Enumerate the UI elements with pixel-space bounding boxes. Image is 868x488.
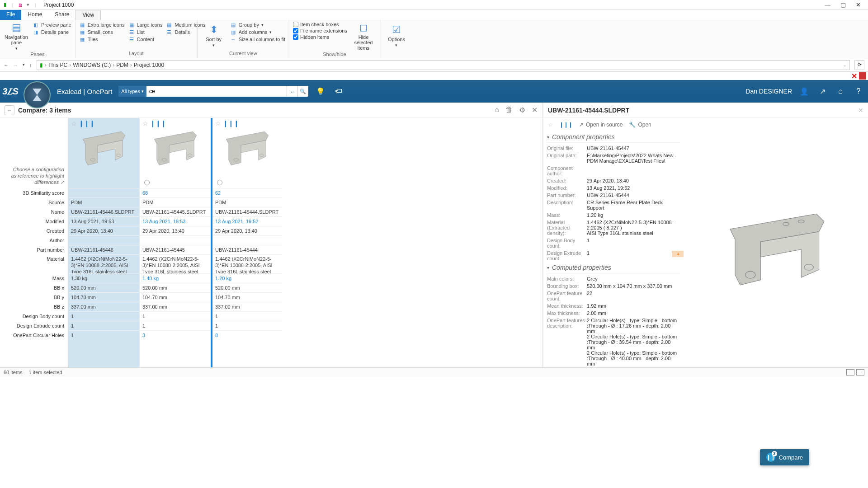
search-submit-icon[interactable]: 🔍 — [297, 86, 308, 97]
size-columns-button[interactable]: ↔Size all columns to fit — [230, 36, 285, 42]
compare-bars-icon[interactable]: ❙❙❙ — [559, 122, 573, 128]
panel-home-icon[interactable]: ⌂ — [495, 106, 499, 114]
qat-dropdown-icon[interactable]: ▾ — [25, 2, 31, 8]
favorite-icon[interactable]: ☆ — [548, 122, 553, 128]
property-key: Mean thickness: — [547, 303, 587, 309]
view-details-icon[interactable] — [846, 369, 854, 375]
row-label: Author — [0, 235, 68, 245]
maximize-button[interactable]: ▢ — [840, 1, 846, 8]
bulb-icon[interactable]: 💡 — [315, 87, 326, 96]
compare-cell: 337.00 mm — [68, 302, 139, 311]
details-pane-button[interactable]: ◨Details pane — [33, 29, 71, 35]
path-dropdown-icon[interactable]: ⌄ — [843, 63, 847, 67]
status-selected: 1 item selected — [29, 370, 62, 375]
tab-file[interactable]: File — [0, 10, 21, 20]
layout-lg-icons[interactable]: ▦Large icons — [128, 22, 163, 28]
property-key: Mass: — [547, 212, 587, 218]
compare-cell: UBW-21161-45444.SLDPRT — [212, 207, 282, 216]
layout-xl-icons[interactable]: ▦Extra large icons — [79, 22, 125, 28]
property-value: 1 — [587, 238, 680, 249]
plugin-close-button[interactable]: ✕ — [851, 72, 857, 80]
nav-forward-button[interactable]: → — [13, 62, 18, 68]
compare-grid: Choose a configuration as reference to h… — [0, 118, 542, 367]
hide-selected-button[interactable]: ◻Hide selected items — [351, 22, 376, 51]
bars-icon[interactable]: ❙❙❙ — [223, 120, 239, 127]
layout-list[interactable]: ☰List — [128, 29, 163, 35]
property-row: Mean thickness:1.92 mm — [547, 302, 680, 310]
panel-close-icon[interactable]: ✕ — [532, 106, 538, 114]
user-avatar-icon[interactable]: 👤 — [798, 87, 810, 96]
brand-label: Exalead | OnePart — [57, 88, 112, 95]
reference-radio[interactable] — [140, 177, 211, 188]
tab-home[interactable]: Home — [21, 10, 48, 20]
minimize-button[interactable]: — — [825, 1, 830, 8]
options-button[interactable]: ☑Options▾ — [384, 22, 409, 50]
qat-separator: | — [9, 2, 16, 8]
tab-share[interactable]: Share — [48, 10, 75, 20]
user-name[interactable]: Dan DESIGNER — [745, 88, 792, 95]
refresh-button[interactable]: ⟳ — [854, 60, 864, 70]
section-computed-props[interactable]: ▾Computed properties — [547, 262, 680, 273]
hide-icon: ◻ — [359, 22, 368, 33]
sort-by-button[interactable]: ⬍Sort by▾ — [201, 22, 226, 50]
star-icon[interactable]: ☆ — [215, 120, 221, 127]
nav-back-button[interactable]: ← — [4, 62, 9, 68]
search-input[interactable] — [146, 86, 287, 96]
compare-cell: UBW-21161-45445 — [140, 245, 211, 254]
file-ext-toggle[interactable]: File name extensions — [293, 28, 347, 33]
compare-cell: UBW-21161-45444 — [212, 245, 282, 254]
panel-delete-icon[interactable]: 🗑 — [505, 106, 513, 114]
property-key: Created: — [547, 178, 587, 183]
reference-radio[interactable] — [68, 177, 139, 188]
nav-up-button[interactable]: ↑ — [29, 62, 32, 68]
ds-logo-icon[interactable]: 3𝐿S — [4, 84, 17, 98]
search-camera-icon[interactable]: ⌕ — [287, 86, 297, 97]
star-icon[interactable]: ☆ — [142, 120, 148, 127]
property-key: OnePart feature count: — [547, 291, 587, 301]
compare-back-button[interactable]: ← — [5, 105, 14, 115]
hidden-items-toggle[interactable]: Hidden items — [293, 34, 347, 40]
section-component-props[interactable]: ▾Component properties — [547, 131, 680, 143]
tag-icon[interactable]: 🏷 — [333, 87, 344, 95]
nav-history-button[interactable]: ▾ — [23, 62, 25, 68]
layout-sm-icons[interactable]: ▦Small icons — [79, 29, 125, 35]
help-icon[interactable]: ? — [853, 87, 864, 95]
expand-handle[interactable]: + — [672, 251, 684, 257]
star-icon[interactable]: ☆ — [71, 120, 77, 127]
home-icon[interactable]: ⌂ — [835, 87, 846, 95]
view-thumbs-icon[interactable] — [856, 369, 864, 375]
close-button[interactable]: ✕ — [856, 1, 861, 8]
part-thumbnail[interactable]: ☆❙❙❙ — [140, 118, 211, 177]
compare-cell: 68 — [140, 188, 211, 197]
tab-view[interactable]: View — [75, 10, 101, 20]
part-thumbnail[interactable]: ☆❙❙❙ — [212, 118, 282, 177]
group-by-button[interactable]: ▤Group by▾ — [230, 22, 285, 28]
user-avatar-mini[interactable] — [859, 72, 866, 80]
preview-pane-button[interactable]: ◧Preview pane — [33, 22, 71, 28]
compass-icon[interactable] — [24, 81, 51, 108]
part-3d-viewer[interactable] — [684, 131, 868, 367]
share-icon[interactable]: ↗ — [816, 87, 828, 96]
qat-doc-icon[interactable]: 🗎 — [17, 2, 24, 8]
layout-tiles[interactable]: ▦Tiles — [79, 36, 125, 42]
property-key: OnePart features description: — [547, 318, 587, 366]
bars-icon[interactable]: ❙❙❙ — [79, 120, 95, 127]
qat-separator: | — [33, 2, 39, 8]
open-in-source-button[interactable]: ↗Open in source — [579, 122, 623, 128]
layout-content[interactable]: ☰Content — [128, 36, 163, 42]
search-type-selector[interactable]: All types▾ — [118, 86, 146, 97]
property-value — [587, 165, 680, 176]
ribbon-tabs: File Home Share View — [0, 10, 868, 20]
reference-radio[interactable] — [212, 177, 282, 188]
add-columns-button[interactable]: ▥Add columns▾ — [230, 29, 285, 35]
bars-icon[interactable]: ❙❙❙ — [150, 120, 166, 127]
navigation-pane-button[interactable]: ▤ Navigation pane▾ — [4, 22, 29, 51]
detail-close-icon[interactable]: ✕ — [858, 107, 863, 114]
property-key: Material (Extracted density): — [547, 220, 587, 236]
path-field[interactable]: ▮ › This PC› WINDOWS (C:)› PDM› Project … — [37, 60, 850, 70]
item-checkboxes-toggle[interactable]: Item check boxes — [293, 22, 347, 27]
compare-cell: 29 Apr 2020, 13:40 — [212, 226, 282, 235]
open-button[interactable]: 🔧Open — [629, 122, 651, 128]
part-thumbnail[interactable]: ☆❙❙❙ — [68, 118, 139, 177]
panel-settings-icon[interactable]: ⚙ — [519, 106, 525, 114]
